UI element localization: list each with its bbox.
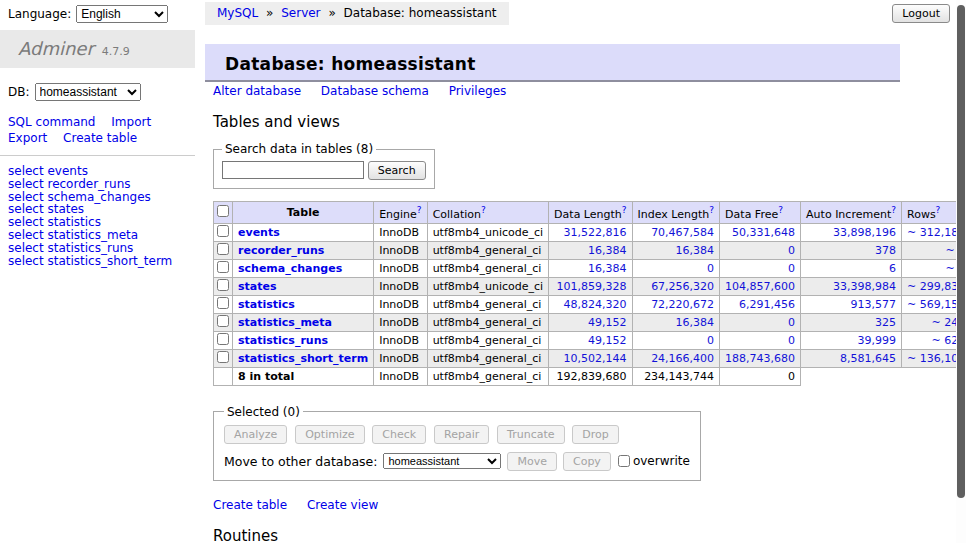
select-all-checkbox[interactable] [217,205,229,217]
data-length-cell: 16,384 [549,241,632,259]
sidebar-item-select-statistics-short-term[interactable]: select statistics_short_term [8,255,187,268]
column-header-data-free: Data Free? [720,202,801,224]
help-icon[interactable]: ? [481,205,486,215]
row-checkbox[interactable] [217,225,229,237]
breadcrumb-current: Database: homeassistant [344,6,497,20]
column-header-engine: Engine? [374,202,427,224]
table-link-statistics-short-term[interactable]: statistics_short_term [238,352,368,365]
db-select[interactable]: homeassistant [35,83,141,101]
data-free-cell: 0 [720,331,801,349]
help-icon[interactable]: ? [709,205,714,215]
sidebar-import-link[interactable]: Import [111,115,151,129]
truncate-button[interactable]: Truncate [497,425,564,444]
drop-button[interactable]: Drop [572,425,618,444]
db-label: DB: [8,85,30,99]
row-checkbox[interactable] [217,315,229,327]
table-link-statistics-meta[interactable]: statistics_meta [238,316,332,329]
engine-cell: InnoDB [374,331,427,349]
sidebar-export-link[interactable]: Export [8,131,47,145]
analyze-button[interactable]: Analyze [224,425,287,444]
data-length-cell: 49,152 [549,313,632,331]
sidebar-item-select-recorder-runs[interactable]: select recorder_runs [8,178,187,191]
routines-heading: Routines [213,527,913,543]
collation-cell: utf8mb4_unicode_ci [427,223,548,241]
help-icon[interactable]: ? [891,205,896,215]
collation-cell: utf8mb4_general_ci [427,295,548,313]
help-icon[interactable]: ? [417,205,422,215]
row-checkbox[interactable] [217,297,229,309]
sidebar-create-table-link[interactable]: Create table [63,131,137,145]
repair-button[interactable]: Repair [434,425,489,444]
database-actions: Alter database Database schema Privilege… [213,84,913,98]
search-input[interactable] [222,161,364,179]
row-checkbox[interactable] [217,333,229,345]
privileges-link[interactable]: Privileges [449,84,507,98]
engine-cell: InnoDB [374,223,427,241]
auto-increment-cell: 33,398,984 [801,277,902,295]
auto-increment-cell: 8,581,645 [801,349,902,367]
table-link-recorder-runs[interactable]: recorder_runs [238,244,324,257]
index-length-cell: 24,166,400 [632,349,720,367]
row-checkbox[interactable] [217,261,229,273]
column-header-data-length: Data Length? [549,202,632,224]
alter-database-link[interactable]: Alter database [213,84,301,98]
create-table-link[interactable]: Create table [213,498,287,512]
help-icon[interactable]: ? [936,205,941,215]
index-length-cell: 0 [632,331,720,349]
adminer-logo-band: Adminer 4.7.9 [0,30,195,68]
table-link-statistics[interactable]: statistics [238,298,295,311]
language-select[interactable]: English [76,5,168,23]
database-schema-link[interactable]: Database schema [321,84,429,98]
scrollbar-thumb[interactable] [957,5,965,498]
table-link-schema-changes[interactable]: schema_changes [238,262,342,275]
index-length-cell: 72,220,672 [632,295,720,313]
row-checkbox[interactable] [217,279,229,291]
search-button[interactable]: Search [368,161,426,180]
tables-overview-table: Table Engine? Collation? Data Length? In… [213,201,966,386]
table-row-recorder-runs: recorder_runs InnoDB utf8mb4_general_ci … [214,241,966,259]
breadcrumb-mysql-link[interactable]: MySQL [217,6,258,20]
collation-cell: utf8mb4_general_ci [427,259,548,277]
optimize-button[interactable]: Optimize [295,425,364,444]
column-header-collation: Collation? [427,202,548,224]
sidebar-item-select-events[interactable]: select events [8,165,187,178]
column-header-table: Table [233,202,374,224]
create-view-link[interactable]: Create view [307,498,378,512]
help-icon[interactable]: ? [622,205,627,215]
engine-cell: InnoDB [374,349,427,367]
sidebar-table-list: select events select recorder_runs selec… [0,165,195,267]
move-database-select[interactable]: homeassistant [383,453,501,469]
table-total-row: 8 in total InnoDB utf8mb4_general_ci 192… [214,367,966,385]
table-header-row: Table Engine? Collation? Data Length? In… [214,202,966,224]
row-checkbox[interactable] [217,243,229,255]
row-checkbox[interactable] [217,351,229,363]
sidebar-item-select-statistics-meta[interactable]: select statistics_meta [8,229,187,242]
breadcrumb-separator: » [266,6,273,20]
auto-increment-cell: 39,999 [801,331,902,349]
sidebar: DB: homeassistant SQL command Import Exp… [0,68,195,267]
data-length-cell: 48,824,320 [549,295,632,313]
help-icon[interactable]: ? [778,205,783,215]
overwrite-checkbox[interactable] [618,455,630,467]
table-link-events[interactable]: events [238,226,280,239]
move-button[interactable]: Move [507,452,557,471]
total-data-free-cell: 0 [720,367,801,385]
engine-cell: InnoDB [374,241,427,259]
move-label: Move to other database: [224,454,377,469]
engine-cell: InnoDB [374,313,427,331]
breadcrumb-server-link[interactable]: Server [281,6,320,20]
copy-button[interactable]: Copy [563,452,611,471]
scrollbar-track[interactable] [956,0,966,543]
logout-button[interactable]: Logout [892,4,950,23]
table-row-statistics-runs: statistics_runs InnoDB utf8mb4_general_c… [214,331,966,349]
sidebar-divider [0,155,195,156]
table-link-states[interactable]: states [238,280,277,293]
sidebar-item-select-statistics-runs[interactable]: select statistics_runs [8,242,187,255]
sidebar-sql-command-link[interactable]: SQL command [8,115,95,129]
total-index-length-cell: 234,143,744 [632,367,720,385]
table-link-statistics-runs[interactable]: statistics_runs [238,334,328,347]
check-button[interactable]: Check [372,425,426,444]
breadcrumb: MySQL » Server » Database: homeassistant [205,2,509,25]
data-free-cell: 50,331,648 [720,223,801,241]
data-length-cell: 101,859,328 [549,277,632,295]
